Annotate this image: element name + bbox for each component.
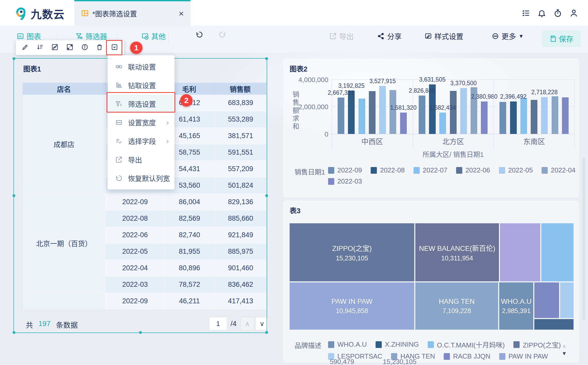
- legend-item-2022-06[interactable]: 2022-06: [456, 166, 490, 174]
- treemap-cell[interactable]: [541, 223, 574, 281]
- menu-item-label: 钻取设置: [128, 80, 156, 90]
- legend-scroll-up-icon[interactable]: ▲: [562, 343, 567, 349]
- bar-2022-04[interactable]: [390, 90, 396, 134]
- info-icon: [81, 44, 88, 52]
- treemap-cell-WHO.A.U[interactable]: WHO.A.U2,985,391: [499, 282, 533, 330]
- selection-handle[interactable]: [13, 194, 15, 197]
- toolbar-chart-button[interactable]: 图表: [17, 31, 41, 41]
- toolbar-style-button[interactable]: 样式设置: [425, 31, 463, 41]
- bar-2022-03[interactable]: [562, 97, 569, 134]
- legend-swatch: [444, 353, 450, 360]
- toolbar-more-button[interactable]: 更多 ▼: [492, 31, 524, 41]
- toolbar-other-button[interactable]: 其他: [141, 31, 166, 41]
- widget-toolbar-chart-switch-button[interactable]: [49, 42, 61, 53]
- undo-button[interactable]: [196, 31, 203, 38]
- menu-item-label: 设置宽度: [128, 117, 156, 128]
- widget-toolbar-sort-button[interactable]: [34, 42, 46, 53]
- task-list-icon[interactable]: [521, 9, 530, 18]
- legend-swatch: [376, 341, 382, 348]
- chart2-x-axis-title: 所属大区/ 销售日期1: [332, 149, 575, 159]
- menu-item-导出[interactable]: 导出: [108, 150, 174, 169]
- legend-item-PAW IN PAW[interactable]: PAW IN PAW: [499, 352, 548, 360]
- treemap-cell[interactable]: [534, 319, 574, 330]
- widget-toolbar-edit-button[interactable]: [20, 42, 31, 53]
- brand-logo[interactable]: 九数云: [14, 6, 65, 21]
- vertical-scrollbar[interactable]: [582, 157, 585, 320]
- toolbar-more-label: 更多: [502, 31, 516, 41]
- bar-2022-07[interactable]: [359, 99, 365, 134]
- toolbar-export-button[interactable]: 导出: [329, 31, 354, 41]
- legend-item-O.C.T.MAMI(十月妈咪)[interactable]: O.C.T.MAMI(十月妈咪): [428, 340, 505, 349]
- bar-2022-08[interactable]: [348, 91, 355, 134]
- bar-2022-08[interactable]: [510, 101, 517, 134]
- export-icon: [115, 156, 122, 163]
- bar-2022-06[interactable]: [450, 91, 457, 134]
- selection-handle[interactable]: [139, 331, 142, 334]
- save-icon: [550, 35, 557, 42]
- treemap-cell-HANG TEN[interactable]: HANG TEN7,109,228: [415, 282, 498, 330]
- legend-scroll-down-icon[interactable]: ▼: [562, 351, 567, 356]
- bar-value-label: 3,631,505: [419, 76, 446, 83]
- bar-2022-05[interactable]: [541, 97, 548, 134]
- legend-item-ZIPPO(之宝)[interactable]: ZIPPO(之宝): [513, 340, 561, 349]
- toolbar-share-button[interactable]: 分享: [377, 31, 402, 41]
- treemap-cell[interactable]: [500, 223, 540, 281]
- legend-item-RACB JJQN[interactable]: RACB JJQN: [444, 352, 490, 360]
- selection-handle[interactable]: [13, 57, 15, 60]
- legend-item-2022-09[interactable]: 2022-09: [328, 166, 362, 174]
- legend-item-X.ZHINING[interactable]: X.ZHINING: [376, 340, 419, 349]
- bar-2022-03[interactable]: [400, 113, 407, 134]
- notification-bell-icon[interactable]: [537, 9, 546, 18]
- toolbar-filter-button[interactable]: 筛选器: [76, 31, 107, 41]
- save-button[interactable]: 保存: [542, 30, 581, 47]
- bar-value-label: 1,582,434: [430, 104, 456, 111]
- tab-close-icon[interactable]: ×: [179, 9, 184, 19]
- selection-handle[interactable]: [265, 194, 268, 197]
- bar-2022-09[interactable]: [338, 98, 344, 134]
- legend-item-2022-05[interactable]: 2022-05: [499, 166, 533, 174]
- bar-2022-09[interactable]: [499, 102, 506, 134]
- treemap-cell[interactable]: [560, 282, 574, 318]
- widget-toolbar-info-button[interactable]: [79, 42, 90, 53]
- bar-2022-09[interactable]: [419, 96, 425, 134]
- timer-icon[interactable]: [553, 9, 562, 18]
- bar-2022-04[interactable]: [552, 96, 558, 134]
- bar-2022-07[interactable]: [439, 113, 446, 134]
- menu-item-联动设置[interactable]: 联动设置: [108, 57, 174, 76]
- bar-2022-03[interactable]: [481, 101, 488, 134]
- menu-item-钻取设置[interactable]: 钻取设置: [108, 76, 174, 94]
- treemap-cell[interactable]: [534, 282, 559, 318]
- redo-button[interactable]: [219, 31, 226, 38]
- legend-item-2022-03[interactable]: 2022-03: [328, 177, 362, 185]
- selection-handle[interactable]: [265, 331, 268, 334]
- y-tick-0: 0: [287, 130, 328, 138]
- treemap-cell-ZIPPO(之宝)[interactable]: ZIPPO(之宝)15,230,105: [290, 223, 414, 281]
- legend-item-2022-08[interactable]: 2022-08: [371, 166, 404, 174]
- menu-item-恢复默认列宽[interactable]: 恢复默认列宽: [108, 169, 174, 187]
- legend-item-WHO.A.U[interactable]: WHO.A.U: [328, 340, 367, 349]
- menu-item-选择字段[interactable]: 选择字段›: [108, 132, 174, 150]
- tab-chart-filter-settings[interactable]: *图表筛选设置 ×: [74, 0, 190, 26]
- widget-toolbar-expand-button[interactable]: [64, 42, 75, 53]
- toolbar-export-label: 导出: [339, 31, 354, 41]
- bar-2022-06[interactable]: [369, 91, 376, 134]
- bar-2022-06[interactable]: [531, 100, 537, 134]
- share-icon: [377, 33, 385, 40]
- bar-2022-05[interactable]: [379, 86, 386, 134]
- user-icon[interactable]: [569, 9, 578, 18]
- legend-item-2022-04[interactable]: 2022-04: [542, 166, 575, 174]
- menu-item-设置宽度[interactable]: 设置宽度›: [108, 113, 174, 132]
- legend-label: 2022-03: [337, 177, 362, 185]
- toolbar-style-label: 样式设置: [434, 31, 463, 41]
- treemap-cell-NEW BALANCE(新百伦)[interactable]: NEW BALANCE(新百伦)10,311,954: [415, 223, 499, 281]
- bar-2022-05[interactable]: [460, 88, 467, 134]
- widget-toolbar-trash-button[interactable]: [94, 42, 105, 53]
- treemap-cell-name: ZIPPO(之宝): [332, 243, 372, 253]
- legend-item-2022-07[interactable]: 2022-07: [414, 166, 447, 174]
- treemap-cell-name: NEW BALANCE(新百伦): [419, 243, 495, 253]
- selection-handle[interactable]: [265, 57, 268, 60]
- treemap-cell-PAW IN PAW[interactable]: PAW IN PAW10,945,858: [290, 282, 414, 330]
- bar-2022-07[interactable]: [520, 98, 527, 134]
- legend-swatch: [542, 167, 548, 174]
- selection-handle[interactable]: [13, 331, 15, 334]
